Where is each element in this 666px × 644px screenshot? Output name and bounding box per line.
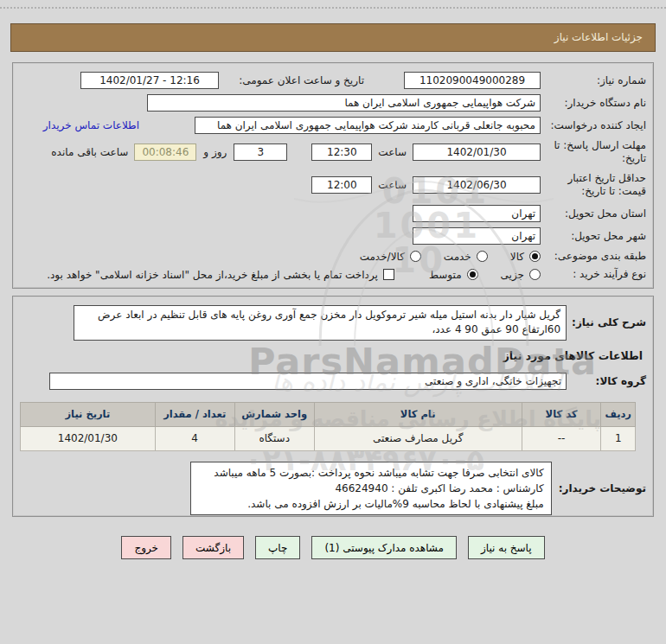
radio-partial[interactable]: جزیی (501, 269, 541, 281)
row-reply-deadline: مهلت ارسال پاسخ: تا تاریخ: 1402/01/30 سا… (20, 139, 646, 165)
row-classification: طبقه بندی موضوعی: کالا خدمت کالا/خدمت (20, 250, 646, 263)
top-divider (0, 7, 666, 9)
radio-medium-label: متوسط (429, 269, 462, 281)
price-validity-hour-label: ساعت (378, 179, 407, 191)
radio-service[interactable]: خدمت (444, 251, 488, 263)
reply-deadline-label: مهلت ارسال پاسخ: تا تاریخ: (541, 139, 646, 165)
goods-table-header-row: ردیف کد کالا نام کالا واحد شمارش تعداد /… (21, 402, 636, 426)
action-buttons: پاسخ به نیاز مشاهده مدارک پیوستی (1) چاپ… (0, 536, 666, 559)
radio-goods-service[interactable]: کالا/خدمت (360, 251, 421, 263)
countdown-timer: 00:08:46 (134, 143, 196, 161)
row-price-validity: حداقل تاریخ اعتبار قیمت: تا تاریخ: 1402/… (20, 172, 646, 198)
col-date: تاریخ نیاز (21, 402, 156, 426)
radio-goods-service-label: کالا/خدمت (360, 251, 405, 263)
col-unit: واحد شمارش (234, 402, 314, 426)
reply-deadline-date-field[interactable]: 1402/01/30 (413, 143, 541, 161)
radio-partial-icon[interactable] (529, 269, 541, 280)
view-attachments-button[interactable]: مشاهده مدارک پیوستی (1) (311, 536, 457, 559)
treasury-checkbox[interactable] (383, 269, 394, 280)
buyer-notes-line: کالای انتخابی صرفا جهت تشابه میباشد نحوه… (198, 465, 544, 481)
buyer-name-field[interactable]: شرکت هواپیمایی جمهوری اسلامی ایران هما (147, 94, 541, 112)
city-label: شهر محل تحویل: (541, 230, 646, 243)
radio-service-label: خدمت (444, 251, 471, 263)
col-code: کد کالا (522, 402, 601, 426)
cell-name: گریل مصارف صنعتی (314, 426, 522, 450)
request-creator-label: ایجاد کننده درخواست: (541, 119, 646, 132)
print-button[interactable]: چاپ (255, 536, 300, 559)
radio-goods[interactable]: کالا (510, 251, 541, 263)
goods-group-field[interactable]: تجهیزات خانگی، اداری و صنعتی (49, 373, 567, 390)
need-details-panel: شرح کلی نیاز: گریل شیار دار بدنه استیل م… (12, 296, 654, 517)
classification-label: طبقه بندی موضوعی: (541, 250, 646, 263)
radio-goods-icon[interactable] (529, 251, 541, 262)
row-buyer-name: نام دستگاه خریدار: شرکت هواپیمایی جمهوری… (20, 94, 646, 112)
page-title: جزئیات اطلاعات نیاز (10, 23, 656, 52)
buyer-name-label: نام دستگاه خریدار: (541, 97, 646, 110)
buyer-contact-link[interactable]: اطلاعات تماس خریدار (43, 119, 139, 131)
buyer-notes-box[interactable]: کالای انتخابی صرفا جهت تشابه میباشد نحوه… (190, 462, 552, 515)
description-box[interactable]: گریل شیار دار بدنه استیل میله شیر ترموکو… (74, 305, 567, 341)
cell-qty: 4 (155, 426, 234, 450)
treasury-checkbox-group[interactable]: پرداخت تمام یا بخشی از مبلغ خرید،از محل … (47, 269, 394, 281)
back-button[interactable]: بازگشت (183, 536, 244, 559)
cell-unit: دستگاه (234, 426, 314, 450)
request-creator-field[interactable]: محبوبه جانعلی قربانی کارمند شرکت هواپیما… (195, 117, 541, 134)
radio-partial-label: جزیی (501, 269, 524, 281)
cell-date: 1402/01/30 (21, 426, 156, 450)
price-validity-date-field[interactable]: 1402/06/30 (413, 176, 541, 194)
row-need-number: شماره نیاز: 1102090049000289 تاریخ و ساع… (20, 72, 646, 89)
row-process-type: نوع فرآیند خرید : جزیی متوسط پرداخت تمام… (20, 268, 646, 281)
radio-goods-service-icon[interactable] (410, 251, 421, 262)
buyer-notes-line: کارشناس : محمد رضا اکبری تلفن : 46624940 (198, 481, 544, 496)
row-city: شهر محل تحویل: تهران (20, 227, 646, 245)
announce-datetime-field[interactable]: 1402/01/27 - 12:16 (80, 72, 219, 89)
remaining-days-field[interactable]: 3 (234, 143, 287, 161)
col-qty: تعداد / مقدار (155, 402, 234, 426)
remaining-days-label: روز و (203, 146, 227, 158)
cell-row: 1 (601, 426, 636, 450)
reply-to-need-button[interactable]: پاسخ به نیاز (468, 536, 545, 559)
process-type-label: نوع فرآیند خرید : (541, 268, 646, 281)
row-goods-group: گروه کالا: تجهیزات خانگی، اداری و صنعتی (20, 373, 646, 390)
description-label: شرح کلی نیاز: (567, 316, 646, 328)
col-row: ردیف (601, 402, 636, 426)
reply-deadline-time-field[interactable]: 12:30 (311, 143, 372, 161)
reply-deadline-hour-label: ساعت (378, 146, 407, 158)
table-row[interactable]: 1 -- گریل مصارف صنعتی دستگاه 4 1402/01/3… (21, 426, 636, 450)
need-number-label: شماره نیاز: (541, 74, 646, 87)
cell-code: -- (522, 426, 601, 450)
exit-button[interactable]: خروج (121, 536, 171, 559)
radio-goods-label: کالا (510, 251, 524, 263)
announce-datetime-label: تاریخ و ساعت اعلان عمومی: (219, 74, 364, 87)
general-info-panel: شماره نیاز: 1102090049000289 تاریخ و ساع… (12, 62, 654, 289)
radio-medium[interactable]: متوسط (429, 269, 478, 281)
row-request-creator: ایجاد کننده درخواست: محبوبه جانعلی قربان… (20, 117, 646, 134)
row-description: شرح کلی نیاز: گریل شیار دار بدنه استیل م… (20, 305, 646, 341)
row-province: استان محل تحویل: تهران (20, 205, 646, 222)
goods-group-label: گروه کالا: (567, 375, 646, 387)
row-buyer-notes: توضیحات خریدار: کالای انتخابی صرفا جهت ت… (20, 462, 646, 515)
buyer-notes-line: مبلغ پیشنهادی با لحاظ محاسبه 9%مالیات بر… (198, 496, 544, 512)
goods-section-title: اطلاعات کالاهای مورد نیاز (20, 349, 643, 362)
col-name: نام کالا (314, 402, 522, 426)
radio-service-icon[interactable] (477, 251, 488, 262)
province-label: استان محل تحویل: (541, 207, 646, 220)
price-validity-label: حداقل تاریخ اعتبار قیمت: تا تاریخ: (541, 172, 646, 198)
need-number-field[interactable]: 1102090049000289 (404, 72, 541, 89)
treasury-checkbox-label: پرداخت تمام یا بخشی از مبلغ خرید،از محل … (47, 269, 378, 281)
city-field[interactable]: تهران (413, 227, 541, 245)
province-field[interactable]: تهران (413, 205, 541, 222)
buyer-notes-label: توضیحات خریدار: (552, 482, 646, 494)
remaining-hours-label: ساعت باقی مانده (51, 146, 128, 158)
goods-table: ردیف کد کالا نام کالا واحد شمارش تعداد /… (20, 402, 636, 451)
price-validity-time-field[interactable]: 12:00 (311, 176, 372, 194)
radio-medium-icon[interactable] (467, 269, 478, 280)
